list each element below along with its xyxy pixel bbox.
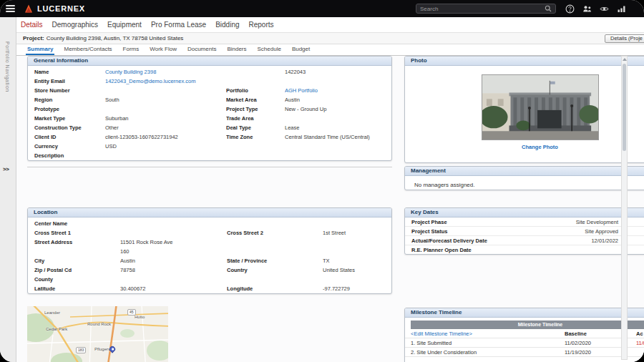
field-label: Description [34, 151, 105, 160]
column-header-actual: Ac [636, 329, 644, 338]
field-label: Center Name [34, 219, 120, 228]
field-label: R.E. Planner Open Date [411, 245, 472, 254]
milestone-header-row: <Edit Milestone Timeline> Baseline Ac [405, 329, 644, 338]
field-row: Description [28, 151, 391, 160]
field-label: Construction Type [34, 123, 105, 132]
field-value [323, 247, 391, 256]
main-nav: Details Demographics Equipment Pro Forma… [16, 17, 644, 33]
section-divider [27, 167, 392, 167]
edit-milestone-timeline-link[interactable]: <Edit Milestone Timeline> [411, 329, 565, 338]
route-shield: 45 [127, 309, 136, 315]
field-value [285, 151, 391, 160]
photo-panel: Photo [404, 56, 644, 163]
menu-icon[interactable] [6, 5, 15, 12]
scroll-up-arrow-icon[interactable] [623, 58, 627, 61]
field-value [120, 275, 227, 284]
field-value: 1st Street [323, 228, 391, 238]
field-label [227, 238, 323, 247]
tab-equipment[interactable]: Equipment [107, 21, 142, 29]
field-value-link[interactable]: County Building 2398 [105, 67, 226, 77]
field-label: City [34, 256, 120, 265]
field-row: Street Address 11501 Rock Rose Ave [28, 238, 391, 247]
route-shield: 183 [76, 347, 86, 353]
subtab-schedule[interactable]: Schedule [256, 44, 283, 55]
field-label: Project Type [226, 104, 285, 114]
map-town-label: Leander [44, 310, 60, 315]
field-row: Store Number Portfolio AGH Portfolio [28, 86, 391, 95]
search-box[interactable] [416, 4, 556, 14]
tab-reports[interactable]: Reports [249, 21, 274, 29]
milestone-actual-date: 11/0 [636, 338, 644, 348]
milestone-row: 1. Site Submitted 11/02/2020 11/0 [405, 338, 644, 348]
field-label: Street Address [34, 238, 120, 247]
tab-bidding[interactable]: Bidding [215, 21, 239, 29]
panel-title: General Information [28, 57, 391, 66]
field-label: Market Area [226, 95, 285, 104]
subtab-summary[interactable]: Summary [26, 44, 54, 55]
change-photo-link[interactable]: Change Photo [522, 144, 558, 150]
key-date-row: Project Phase Site Development [405, 217, 644, 227]
field-label: Region [34, 95, 105, 104]
field-value [120, 219, 227, 228]
tab-demographics[interactable]: Demographics [52, 21, 98, 29]
field-label: Client ID [34, 132, 105, 142]
topbar-icons [565, 4, 627, 14]
map-town-label: Cedar Park [46, 327, 67, 331]
subtab-work-flow[interactable]: Work Flow [148, 44, 178, 55]
field-value [120, 228, 227, 238]
key-dates-panel: Key Dates Project Phase Site Development… [404, 207, 644, 255]
field-label: Currency [34, 142, 105, 151]
field-value-link[interactable]: 1422043_Demo@demo.lucernex.com [105, 77, 226, 86]
subtab-binders[interactable]: Binders [225, 44, 248, 55]
field-label: County [34, 275, 120, 284]
search-icon[interactable] [545, 5, 552, 12]
field-label [227, 275, 323, 284]
field-value [323, 238, 391, 247]
management-panel: Management No managers assigned. [404, 166, 644, 190]
map[interactable]: Leander Cedar Park Round Rock Hutto Pflu… [27, 306, 168, 362]
field-value: Central Standard Time (US/Central) [285, 132, 391, 142]
app-window: LUCERNEX [0, 0, 644, 362]
tab-details[interactable]: Details [21, 21, 43, 29]
field-row: Construction Type Other Deal Type Lease [28, 123, 391, 132]
expand-panel-button[interactable]: >> [3, 166, 9, 172]
admin-users-icon[interactable] [582, 4, 592, 14]
top-bar: LUCERNEX [0, 0, 644, 17]
subtab-members-contacts[interactable]: Members/Contacts [62, 44, 113, 55]
panel-title: Key Dates [405, 208, 644, 217]
content-area: General Information Name County Building… [16, 56, 644, 362]
field-value [285, 114, 391, 123]
subtab-budget[interactable]: Budget [291, 44, 311, 55]
field-value: Other [105, 123, 226, 132]
subtab-documents[interactable]: Documents [186, 44, 218, 55]
field-value: Site Approved [585, 227, 618, 235]
general-information-panel: General Information Name County Building… [27, 56, 392, 161]
field-label: Cross Street 1 [34, 228, 120, 238]
help-icon[interactable] [565, 4, 575, 14]
search-input[interactable] [420, 6, 545, 12]
field-row: Currency USD [28, 142, 391, 151]
field-label [226, 77, 285, 86]
field-value: South [105, 95, 226, 104]
subtab-forms[interactable]: Forms [122, 44, 141, 55]
vertical-scrollbar[interactable] [621, 56, 628, 360]
panel-title: Milestone Timeline [405, 308, 644, 318]
tab-pro-forma-lease[interactable]: Pro Forma Lease [151, 21, 206, 29]
stats-icon[interactable] [616, 4, 627, 14]
field-value: 160 [120, 247, 227, 256]
milestone-name: 1. Site Submitted [411, 338, 565, 348]
scrollbar-thumb[interactable] [623, 64, 626, 151]
field-value: Austin [285, 95, 391, 104]
key-date-row: R.E. Planner Open Date [405, 245, 644, 255]
project-bar: Project: County Building 2398, Austin, T… [16, 33, 644, 44]
field-value: 11501 Rock Rose Ave [120, 238, 227, 247]
field-value: 1422043 [285, 67, 391, 77]
field-row: Client ID client-123053-1607622731942 Ti… [28, 132, 391, 142]
field-label: Project Phase [411, 217, 447, 226]
field-value: Lease [285, 123, 391, 132]
field-value: 78758 [120, 265, 227, 275]
field-value-link[interactable]: AGH Portfolio [285, 86, 391, 95]
details-project-button[interactable]: Details (Proje [605, 34, 644, 43]
eye-icon[interactable] [599, 4, 610, 14]
field-value [285, 77, 391, 86]
